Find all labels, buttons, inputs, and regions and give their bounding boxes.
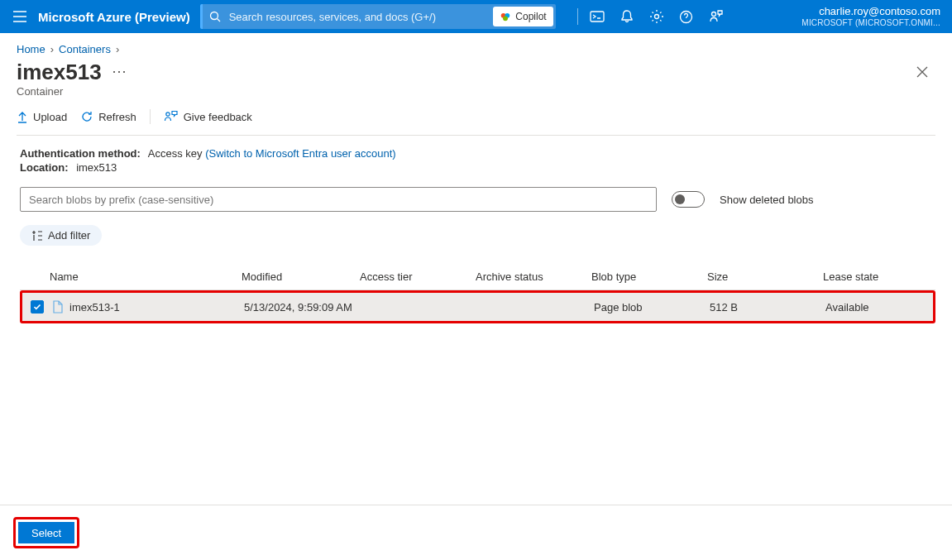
page-header: imex513 ⋯ [0,55,952,85]
help-button[interactable] [672,0,701,33]
col-lease-state[interactable]: Lease state [823,270,935,283]
more-actions-button[interactable]: ⋯ [112,62,128,85]
breadcrumb-home[interactable]: Home [17,43,45,55]
auth-method-label: Authentication method: [20,147,141,160]
col-size[interactable]: Size [707,270,823,283]
blob-type: Page blob [594,301,710,314]
person-feedback-icon [164,110,179,123]
chevron-right-icon: › [50,43,54,55]
brand-title: Microsoft Azure (Preview) [38,10,190,24]
col-name[interactable]: Name [50,270,242,283]
location-label: Location: [20,161,69,174]
copilot-label: Copilot [515,11,546,22]
hamburger-icon [13,11,26,22]
page-title: imex513 [17,60,102,85]
upload-label: Upload [33,111,67,123]
switch-auth-link[interactable]: (Switch to Microsoft Entra user account) [205,147,395,160]
upload-icon [17,110,28,123]
global-search[interactable]: Copilot [200,4,556,29]
location-value: imex513 [76,161,117,174]
gear-icon [649,9,664,24]
help-icon [679,10,693,24]
bell-icon [620,9,634,24]
svg-rect-5 [591,12,604,22]
col-archive-status[interactable]: Archive status [476,270,591,283]
col-modified[interactable]: Modified [242,270,360,283]
blob-lease: Available [825,301,933,314]
col-access-tier[interactable]: Access tier [360,270,476,283]
table-row[interactable]: imex513-1 5/13/2024, 9:59:09 AM Page blo… [22,293,933,321]
close-button[interactable] [909,59,935,85]
user-email: charlie.roy@contoso.com [801,6,940,17]
show-deleted-toggle[interactable] [672,191,705,208]
hamburger-menu-button[interactable] [8,5,31,28]
auth-method-value: Access key [148,147,203,160]
refresh-icon [80,110,93,123]
breadcrumb: Home › Containers › [0,33,952,55]
person-feedback-icon [709,9,724,24]
search-icon [203,11,227,22]
copilot-button[interactable]: Copilot [493,7,553,26]
check-icon [33,303,41,311]
blob-size: 512 B [710,301,825,314]
azure-top-bar: Microsoft Azure (Preview) Copilot [0,0,952,33]
filter-row: Show deleted blobs [0,179,952,220]
svg-point-4 [503,16,508,21]
give-feedback-button[interactable]: Give feedback [164,110,252,123]
feedback-label: Give feedback [184,111,252,123]
cloud-shell-button[interactable] [583,0,611,33]
refresh-button[interactable]: Refresh [80,110,136,123]
close-icon [916,66,928,78]
svg-point-6 [654,15,658,19]
user-account[interactable]: charlie.roy@contoso.com MICROSOFT (MICRO… [801,6,944,26]
chevron-right-icon: › [116,43,119,55]
user-tenant: MICROSOFT (MICROSOFT.ONMI... [801,18,940,27]
notifications-button[interactable] [613,0,641,33]
settings-button[interactable] [643,0,671,33]
add-filter-button[interactable]: Add filter [20,225,102,246]
container-meta: Authentication method: Access key (Switc… [0,136,952,179]
svg-point-8 [711,12,715,17]
header-tool-icons [574,0,730,33]
copilot-icon [500,11,511,22]
blob-modified: 5/13/2024, 9:59:09 AM [244,301,362,314]
highlight-row-annotation: imex513-1 5/13/2024, 9:59:09 AM Page blo… [20,290,935,323]
prefix-search-input[interactable] [20,187,657,212]
feedback-button[interactable] [702,0,730,33]
add-filter-label: Add filter [48,229,90,242]
cloud-shell-icon [590,10,605,23]
command-bar: Upload Refresh Give feedback [0,106,952,135]
upload-button[interactable]: Upload [17,110,67,123]
svg-point-0 [210,12,218,20]
col-blob-type[interactable]: Blob type [591,270,707,283]
refresh-label: Refresh [98,111,136,123]
table-header: Name Modified Access tier Archive status… [20,264,935,290]
toggle-knob [675,194,685,204]
svg-line-1 [217,19,220,22]
filter-add-icon [31,230,43,242]
row-checkbox[interactable] [31,300,44,314]
divider [150,109,151,124]
breadcrumb-containers[interactable]: Containers [59,43,111,55]
blob-table: Name Modified Access tier Archive status… [20,264,935,323]
file-icon [52,300,64,314]
blob-name: imex513-1 [69,301,120,314]
global-search-input[interactable] [227,10,494,24]
page-subtitle: Container [0,85,952,106]
divider [577,8,578,25]
show-deleted-label: Show deleted blobs [720,194,813,206]
svg-point-9 [166,112,170,116]
